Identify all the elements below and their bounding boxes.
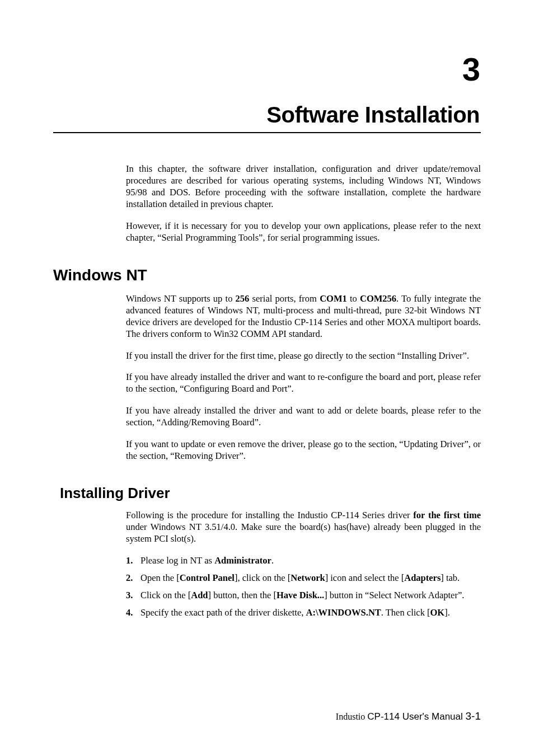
windows-nt-p1: Windows NT supports up to 256 serial por…: [126, 293, 481, 340]
bold-control-panel: Control Panel: [180, 572, 235, 583]
windows-nt-block: Windows NT supports up to 256 serial por…: [126, 293, 481, 462]
text: ].: [444, 607, 450, 618]
bold-have-disk: Have Disk...: [277, 590, 324, 600]
intro-paragraph-2: However, if it is necessary for you to d…: [126, 220, 481, 244]
text: Click on the [: [140, 590, 191, 600]
list-item: 4. Specify the exact path of the driver …: [126, 607, 481, 619]
bold-network: Network: [291, 572, 325, 583]
bold-add: Add: [191, 590, 208, 600]
installing-driver-block: Following is the procedure for installin…: [126, 510, 481, 619]
bold-first-time: for the first time: [413, 510, 481, 520]
text: ] button, then the [: [208, 590, 277, 600]
step-text: Please log in NT as Administrator.: [140, 555, 481, 567]
text: ] button in “Select Network Adapter”.: [324, 590, 464, 600]
footer-product-prefix: Industio: [336, 712, 367, 721]
chapter-number: 3: [53, 53, 481, 86]
step-text: Specify the exact path of the driver dis…: [140, 607, 481, 619]
heading-installing-driver: Installing Driver: [60, 485, 481, 502]
footer-product: CP-114: [367, 711, 402, 722]
bold-com256: COM256: [360, 293, 396, 304]
text: Windows NT supports up to: [126, 293, 236, 304]
windows-nt-p4: If you have already installed the driver…: [126, 405, 481, 429]
windows-nt-p3: If you have already installed the driver…: [126, 372, 481, 395]
text: . Then click [: [381, 607, 430, 618]
list-item: 1. Please log in NT as Administrator.: [126, 555, 481, 567]
text: ] icon and select the [: [325, 572, 405, 583]
bold-ok: OK: [430, 607, 445, 618]
heading-windows-nt: Windows NT: [53, 266, 481, 284]
footer-page-number: 3-1: [466, 710, 481, 722]
bold-adapters: Adapters: [404, 572, 441, 583]
bold-com1: COM1: [320, 293, 347, 304]
installing-driver-p1: Following is the procedure for installin…: [126, 510, 481, 545]
bold-path: A:\WINDOWS.NT: [306, 607, 381, 618]
step-number: 3.: [126, 590, 140, 602]
bold-administrator: Administrator: [214, 555, 271, 566]
list-item: 2. Open the [Control Panel], click on th…: [126, 572, 481, 584]
windows-nt-p2: If you install the driver for the first …: [126, 350, 481, 362]
text: ], click on the [: [235, 572, 291, 583]
step-number: 2.: [126, 572, 140, 584]
footer-label: User's Manual: [402, 711, 466, 722]
step-number: 4.: [126, 607, 140, 619]
page-footer: Industio CP-114 User's Manual 3-1: [336, 710, 481, 722]
step-text: Open the [Control Panel], click on the […: [140, 572, 481, 584]
step-text: Click on the [Add] button, then the [Hav…: [140, 590, 481, 602]
text: Please log in NT as: [140, 555, 214, 566]
intro-block: In this chapter, the software driver ins…: [126, 163, 481, 244]
text: Open the [: [140, 572, 180, 583]
windows-nt-p5: If you want to update or even remove the…: [126, 439, 481, 462]
chapter-title: Software Installation: [53, 102, 481, 133]
text: Specify the exact path of the driver dis…: [140, 607, 306, 618]
text: .: [271, 555, 274, 566]
install-steps-list: 1. Please log in NT as Administrator. 2.…: [126, 555, 481, 619]
step-number: 1.: [126, 555, 140, 567]
text: serial ports, from: [249, 293, 320, 304]
bold-256: 256: [236, 293, 250, 304]
text: to: [347, 293, 360, 304]
intro-paragraph-1: In this chapter, the software driver ins…: [126, 163, 481, 210]
page: 3 Software Installation In this chapter,…: [0, 0, 534, 756]
text: Following is the procedure for installin…: [126, 510, 413, 520]
list-item: 3. Click on the [Add] button, then the […: [126, 590, 481, 602]
text: ] tab.: [441, 572, 460, 583]
text: under Windows NT 3.51/4.0. Make sure the…: [126, 522, 481, 544]
